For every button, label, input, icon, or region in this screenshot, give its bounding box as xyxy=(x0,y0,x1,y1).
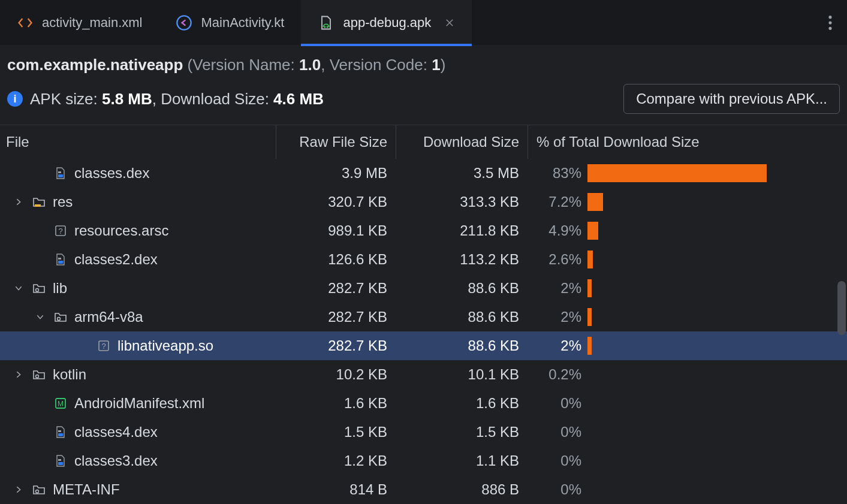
info-icon: i xyxy=(7,91,23,107)
tabbar-overflow-button[interactable] xyxy=(813,0,847,45)
file-cell: classes4.dex xyxy=(0,418,276,446)
file-cell: classes.dex xyxy=(0,159,276,188)
folder-icon xyxy=(31,280,47,296)
download-size-cell: 1.5 KB xyxy=(396,424,528,440)
file-cell: MAndroidManifest.xml xyxy=(0,389,276,418)
folder-res-icon xyxy=(31,194,47,210)
chevron-right-icon[interactable] xyxy=(12,485,25,494)
percent-cell: 0% xyxy=(528,395,587,412)
table-row[interactable]: META-INF814 B886 B0% xyxy=(0,475,847,504)
percent-bar xyxy=(587,308,592,326)
apk-header: com.example.nativeapp (Version Name: 1.0… xyxy=(0,45,847,78)
folder-icon xyxy=(53,309,68,325)
size-info-row: i APK size: 5.8 MB, Download Size: 4.6 M… xyxy=(0,78,847,125)
version-code-value: 1 xyxy=(432,56,440,74)
svg-rect-22 xyxy=(58,462,63,465)
table-row[interactable]: ?resources.arsc989.1 KB211.8 KB4.9% xyxy=(0,216,847,245)
download-size-cell: 113.2 KB xyxy=(396,251,528,268)
file-cell: META-INF xyxy=(0,475,276,504)
percent-bar-cell xyxy=(587,216,847,245)
column-download-size[interactable]: Download Size xyxy=(396,125,528,159)
file-size-table: File Raw File Size Download Size % of To… xyxy=(0,125,847,504)
svg-point-4 xyxy=(828,21,831,24)
version-code-label: Version Code: xyxy=(330,56,427,74)
svg-text:M: M xyxy=(58,400,64,408)
raw-size-cell: 814 B xyxy=(276,481,396,498)
download-size-cell: 211.8 KB xyxy=(396,222,528,239)
table-row[interactable]: kotlin10.2 KB10.1 KB0.2% xyxy=(0,360,847,389)
svg-rect-8 xyxy=(35,204,41,207)
file-name: libnativeapp.so xyxy=(117,337,213,354)
table-row[interactable]: arm64-v8a282.7 KB88.6 KB2% xyxy=(0,303,847,331)
tabbar-spacer xyxy=(472,0,813,45)
table-row[interactable]: classes.dex3.9 MB3.5 MB83% xyxy=(0,159,847,188)
tab-label: activity_main.xml xyxy=(42,15,142,31)
file-name: classes2.dex xyxy=(74,251,158,268)
file-name: META-INF xyxy=(53,481,120,498)
download-size-label: Download Size: xyxy=(161,90,269,108)
compare-apk-button[interactable]: Compare with previous APK... xyxy=(623,84,840,114)
svg-point-14 xyxy=(58,318,61,321)
dex-icon xyxy=(53,252,68,267)
table-row[interactable]: MAndroidManifest.xml1.6 KB1.6 KB0% xyxy=(0,389,847,418)
svg-rect-12 xyxy=(58,258,61,259)
svg-point-3 xyxy=(828,16,831,19)
raw-size-cell: 989.1 KB xyxy=(276,222,396,239)
download-size-cell: 3.5 MB xyxy=(396,165,528,182)
svg-point-5 xyxy=(828,26,831,29)
percent-bar-cell xyxy=(587,331,847,360)
chevron-down-icon[interactable] xyxy=(34,312,47,322)
table-row[interactable]: res320.7 KB313.3 KB7.2% xyxy=(0,188,847,216)
column-raw-size[interactable]: Raw File Size xyxy=(276,125,396,159)
table-row[interactable]: classes3.dex1.2 KB1.1 KB0% xyxy=(0,446,847,475)
svg-text:?: ? xyxy=(58,227,62,236)
chevron-right-icon[interactable] xyxy=(12,197,25,207)
column-percent[interactable]: % of Total Download Size xyxy=(528,125,847,159)
close-icon[interactable] xyxy=(444,17,455,28)
table-row[interactable]: classes4.dex1.5 KB1.5 KB0% xyxy=(0,418,847,446)
file-cell: lib xyxy=(0,274,276,303)
raw-size-cell: 10.2 KB xyxy=(276,366,396,383)
percent-bar-cell xyxy=(587,188,847,216)
more-vertical-icon xyxy=(828,14,833,31)
percent-bar-cell xyxy=(587,245,847,274)
percent-cell: 0% xyxy=(528,481,587,498)
svg-rect-21 xyxy=(58,430,61,432)
percent-bar xyxy=(587,164,767,182)
percent-bar-cell xyxy=(587,389,847,418)
percent-cell: 2% xyxy=(528,280,587,297)
chevron-down-icon[interactable] xyxy=(12,283,25,293)
svg-point-17 xyxy=(36,375,39,378)
raw-size-cell: 1.5 KB xyxy=(276,424,396,440)
raw-size-cell: 1.6 KB xyxy=(276,395,396,412)
tab-activity-main-xml[interactable]: activity_main.xml xyxy=(0,0,159,45)
table-row[interactable]: ?libnativeapp.so282.7 KB88.6 KB2% xyxy=(0,331,847,360)
download-size-cell: 1.6 KB xyxy=(396,395,528,412)
file-cell: classes3.dex xyxy=(0,446,276,475)
svg-rect-23 xyxy=(58,459,61,461)
download-size-cell: 88.6 KB xyxy=(396,337,528,354)
column-file[interactable]: File xyxy=(0,134,276,150)
raw-size-cell: 282.7 KB xyxy=(276,309,396,325)
percent-cell: 7.2% xyxy=(528,194,587,210)
chevron-right-icon[interactable] xyxy=(12,370,25,379)
svg-point-13 xyxy=(36,289,39,292)
tab-mainactivity-kt[interactable]: MainActivity.kt xyxy=(159,0,301,45)
percent-bar xyxy=(587,251,593,268)
dex-icon xyxy=(53,165,68,181)
file-name: lib xyxy=(53,280,67,297)
folder-icon xyxy=(31,482,47,497)
percent-cell: 2.6% xyxy=(528,251,587,268)
table-row[interactable]: classes2.dex126.6 KB113.2 KB2.6% xyxy=(0,245,847,274)
scrollbar-thumb[interactable] xyxy=(837,281,846,335)
file-cell: classes2.dex xyxy=(0,245,276,274)
kotlin-class-icon xyxy=(176,14,192,31)
table-row[interactable]: lib282.7 KB88.6 KB2% xyxy=(0,274,847,303)
dex-icon xyxy=(53,453,68,469)
percent-bar-cell xyxy=(587,446,847,475)
tab-app-debug-apk[interactable]: app-debug.apk xyxy=(301,0,472,45)
raw-size-cell: 320.7 KB xyxy=(276,194,396,210)
percent-bar xyxy=(587,222,598,240)
file-name: classes.dex xyxy=(74,165,149,182)
file-cell: ?resources.arsc xyxy=(0,216,276,245)
